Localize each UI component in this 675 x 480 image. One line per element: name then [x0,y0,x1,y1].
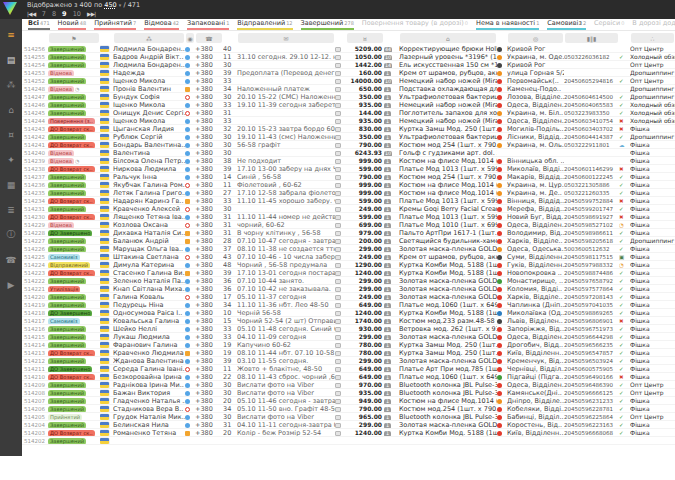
order-row[interactable]: 514242ЗавершенийРублюк Сергій+3803019.10… [22,133,675,141]
col-product[interactable]: ⌂ [399,32,497,45]
col-total[interactable]: ¤ [346,32,384,45]
order-row[interactable]: 514245ЗавершенийОнищук Денис Сергі..+380… [22,109,675,117]
stats-icon[interactable]: ▦ [0,172,22,197]
order-row[interactable]: 514227ЗавершенийБаланюк Андрій+3802807.1… [22,237,675,245]
order-row[interactable]: 514234ДО Возврат ск..Надарян Каринэ Гв..… [22,197,675,205]
col-channel[interactable] [335,32,346,45]
finance-icon[interactable]: ¤ [0,122,22,147]
order-row[interactable]: 514254ЗавершенийЛюдмила Бондарен..+38030… [22,61,675,69]
order-row[interactable]: 514221УтилізаціяКнап Світлана Миха..+380… [22,285,675,293]
col-status[interactable]: ⚑ [48,32,100,45]
support-icon[interactable]: ☎ [0,247,22,272]
order-row[interactable]: 514202Завершений [22,437,675,445]
order-row[interactable]: 514230ДО Возврат ск..Лященко Тетяна Іва.… [22,213,675,221]
order-row[interactable]: 514212ЗавершенийЖданова Валентина+380390… [22,357,675,365]
tab-5[interactable]: Відправлений12 [237,19,292,30]
order-row[interactable]: 514236ЗавершенийЯкубчак Галина Ром..+380… [22,181,675,189]
order-row[interactable]: 514246ЗавершенийІщенко Микола+3803319.10… [22,101,675,109]
order-row[interactable]: 514252ЗавершенийІщенко Микола+3803314000… [22,77,675,85]
order-row[interactable]: 514219ЗавершенийПедурець Ніна+3803411.10… [22,301,675,309]
col-customer[interactable]: ⁂ [113,32,185,45]
col-id[interactable] [22,32,48,45]
info-icon[interactable]: ⓘ [0,222,22,247]
order-row[interactable]: 514205ПрийнятийГрудок Наталія Мик..+3803… [22,413,675,421]
order-row[interactable]: 514218ДО ЗавершеноОдносумова Раіса І..+3… [22,309,675,317]
tab-8[interactable]: Нема в наявності1 [476,19,539,30]
order-row[interactable]: 514208ЗавершенийБажан Виктория+38030Висл… [22,389,675,397]
order-row[interactable]: 514238ДО Возврат ск..Ниркова Людмила+380… [22,165,675,173]
tab-7[interactable]: Повернення товару (в дорозі)0 [362,19,468,30]
tab-10[interactable]: Сервіси0 [594,19,624,30]
tab-all[interactable]: Всі471 [28,19,50,30]
col-source[interactable]: ◉ [185,32,195,45]
tab-9[interactable]: Самовивіз2 [547,19,586,30]
page-number[interactable]: 8 [52,10,56,18]
order-row[interactable]: 514228ДО ЗавершеноДихавка Наталія Си..+3… [22,229,675,237]
order-row[interactable]: 514203ДО Возврат ск..Романенко Тетяна+38… [22,429,675,437]
chevron-down-icon[interactable]: ▾ [119,2,122,8]
order-row[interactable]: 514235ЗавершенийЛетяк Галина Григо..+380… [22,189,675,197]
order-row[interactable]: 514209ЗавершенийРаднікова Ірина Ми..+380… [22,381,675,389]
order-row[interactable]: 514220ЗавершенийГалина Коваль+3801705.10… [22,293,675,301]
order-row[interactable]: 514215ЗавершенийЛукаш Людмила+3803304.10… [22,333,675,341]
pagination-summary[interactable]: Відображено з 400 по 450 ▾ / 471 [27,1,140,9]
tab-4[interactable]: Запаковані1 [187,19,229,30]
order-row[interactable]: 514247ЗавершенийБундук Софія+3803020.10 … [22,93,675,101]
order-row[interactable]: 514204ЗавершенийБелинская Нила+3803104.1… [22,421,675,429]
order-row[interactable]: 514237ЗавершенийРальчук Інна+38014Синій … [22,173,675,181]
tab-1[interactable]: Новий48 [58,19,87,30]
order-row[interactable]: 514210ДО Возврат ск..Безкоровайна Ірина+… [22,373,675,381]
col-flag[interactable] [100,32,113,45]
order-row[interactable]: 514243ДО Возврат ск..Цыганская Лидия+380… [22,125,675,133]
order-row[interactable]: 514231ЗавершенийКравченко Алексей+380302… [22,205,675,213]
col-phone-suffix[interactable] [223,32,237,45]
order-row[interactable]: 514217СамовивізКовальська Галина+38015Чо… [22,317,675,325]
order-row[interactable]: 514224ВідправленийДимула Катерина+38048Ч… [22,261,675,269]
col-comment[interactable]: ✉ [237,32,335,45]
order-row[interactable]: 514207ЗавершенийГладченко Наталья ..+380… [22,397,675,405]
tab-11[interactable]: В дорозі додому0 [632,19,675,30]
order-row[interactable]: 514255ЗавершенийБадров Андрій Вікт..+380… [22,53,675,61]
col-city[interactable]: ◎ [507,32,564,45]
order-row[interactable]: 514229ВідмоваКозлова Оксана+38031чорний,… [22,221,675,229]
col-tag[interactable]: ∴ [630,32,675,45]
order-row[interactable]: 514214ЗавершенийФаранович Галина+38019Ка… [22,341,675,349]
order-row[interactable]: 514216ЗавершенийШейко Неллі+3803305.10 1… [22,325,675,333]
order-row[interactable]: 514240ВідмоваВалентина+380306243.9310Гол… [22,149,675,157]
tab-3[interactable]: Відмова42 [144,19,179,30]
order-row[interactable]: 514206ЗавершенийСтадникова Вера В..+3803… [22,405,675,413]
video-tutorial-icon[interactable]: ▶ [0,272,22,297]
promo-icon[interactable]: ✦ [0,147,22,172]
order-row[interactable]: 514211ДО ЗавершеноСереда Галина Івані..+… [22,365,675,373]
order-row[interactable]: 514213ДО Возврат ск..Кравченко Людмила+3… [22,349,675,357]
tab-6[interactable]: Завершений278 [301,19,354,30]
page-number[interactable]: 10 [73,10,81,18]
order-row[interactable]: 514256ЗавершенийЛюдмила Бондарен..+38040… [22,45,675,53]
contacts-icon[interactable]: ⁂ [0,72,22,97]
menu-icon[interactable]: ≡ [0,22,22,47]
col-qty[interactable] [384,32,399,45]
col-phone[interactable]: ☎ [195,32,223,45]
col-delivery[interactable] [497,32,507,45]
settings-sliders-icon[interactable]: ≣ [0,197,22,222]
col-track-status[interactable] [619,32,630,45]
first-page-icon[interactable]: |◀◀ [27,11,36,17]
order-row[interactable]: 514253ВідмоваНадежда+38039Предоплата (Пе… [22,69,675,77]
last-page-icon[interactable]: ▶▶| [87,11,96,17]
order-row[interactable]: 514239Відмова◔Білсока Олена Петр..+38038… [22,157,675,165]
page-number[interactable]: 9 [62,10,67,18]
order-row[interactable]: 514226ЗавершенийМарущак Ольга Іва..+3803… [22,245,675,253]
order-row[interactable]: 514248Відмова◔Пронів Валентин+38034Налож… [22,85,675,93]
order-row[interactable]: 514223ДО Возврат ск..Стасенко Галина Ви.… [22,269,675,277]
display-current[interactable]: 450 [104,1,116,9]
bank-icon[interactable]: ⌂ [0,97,22,122]
order-row[interactable]: 514241ДО Возврат ск..Бондарь Валентина..… [22,141,675,149]
orders-icon[interactable]: ▤ [0,47,22,72]
order-row[interactable]: 514225СамовивізШтакина Светлана+3804307.… [22,253,675,261]
tab-2[interactable]: Прийнятий7 [94,19,136,30]
col-tracking[interactable]: ▮‖▮ [564,32,619,45]
app-logo-icon[interactable] [3,2,17,15]
order-row[interactable]: 514222ЗавершенийЗеленко Наталія Па..+380… [22,277,675,285]
page-number[interactable]: 7 [42,10,46,18]
order-row[interactable]: 514244Повернення (з..Іщенко Микола+38033… [22,117,675,125]
